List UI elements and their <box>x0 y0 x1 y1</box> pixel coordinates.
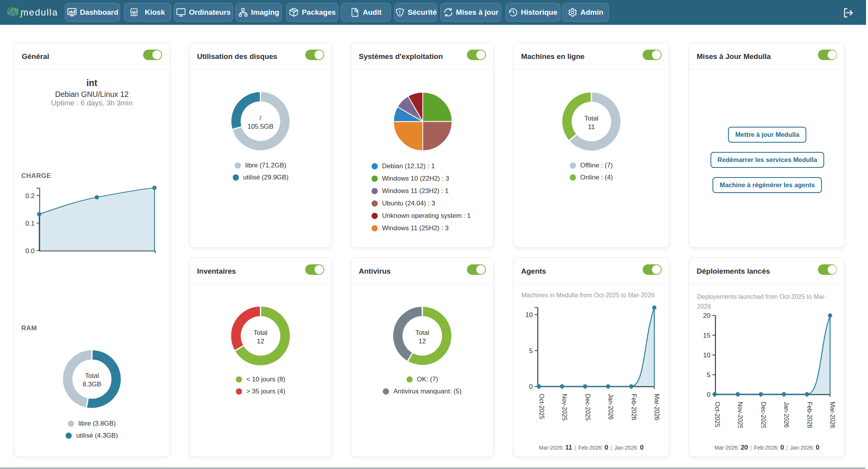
svg-text:15: 15 <box>703 332 711 339</box>
svg-text:5: 5 <box>707 371 711 379</box>
svg-text:0: 0 <box>707 391 711 398</box>
svg-text:10: 10 <box>525 311 533 319</box>
svg-text:10: 10 <box>703 352 711 359</box>
svg-text:Total: Total <box>254 329 268 336</box>
svg-text:/: / <box>259 114 261 122</box>
svg-text:12: 12 <box>418 338 426 345</box>
svg-text:Jan-2026: Jan-2026 <box>783 402 790 428</box>
svg-text:0.2: 0.2 <box>26 192 35 200</box>
svg-text:0.0: 0.0 <box>26 247 35 255</box>
svg-text:Dec-2025: Dec-2025 <box>760 402 767 428</box>
svg-text:Total: Total <box>584 115 598 122</box>
svg-text:0.1: 0.1 <box>26 220 35 227</box>
svg-text:Total: Total <box>415 329 429 336</box>
svg-text:Total: Total <box>85 372 99 379</box>
svg-text:Mar-2026: Mar-2026 <box>654 394 660 421</box>
svg-text:0: 0 <box>529 383 533 390</box>
svg-text:Dec-2025: Dec-2025 <box>584 394 591 421</box>
svg-text:Nov-2025: Nov-2025 <box>737 402 744 428</box>
svg-text:Oct-2025: Oct-2025 <box>714 402 721 428</box>
svg-text:8.3GB: 8.3GB <box>83 381 101 388</box>
svg-text:12: 12 <box>257 338 264 345</box>
svg-text:Oct-2025: Oct-2025 <box>538 394 545 419</box>
svg-text:20: 20 <box>703 312 711 319</box>
svg-text:Nov-2025: Nov-2025 <box>561 394 568 421</box>
svg-text:11: 11 <box>588 123 595 131</box>
svg-text:Jan-2026: Jan-2026 <box>607 394 614 420</box>
svg-text:5: 5 <box>529 347 533 355</box>
svg-text:Mar-2026: Mar-2026 <box>829 402 836 428</box>
svg-text:Feb-2026: Feb-2026 <box>630 394 637 421</box>
svg-text:Feb-2026: Feb-2026 <box>806 402 813 428</box>
svg-text:105.5GB: 105.5GB <box>247 123 273 130</box>
